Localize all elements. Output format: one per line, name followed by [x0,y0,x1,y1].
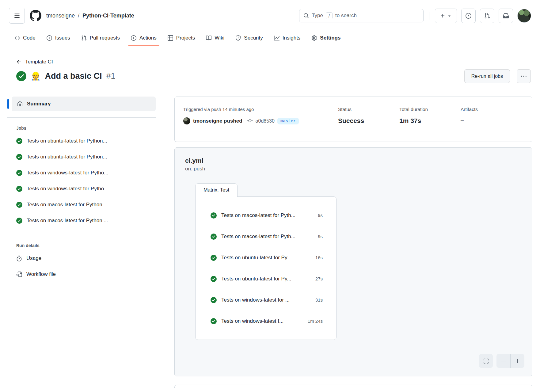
artifacts-label: Artifacts [461,107,523,112]
tab-security[interactable]: Security [230,30,268,46]
sidebar-item-workflow-file[interactable]: Workflow file [7,266,156,282]
zoom-out-button[interactable] [496,354,510,368]
sidebar-job-item[interactable]: Tests on macos-latest for Python ... [7,197,156,213]
graph-job-label: Tests on windows-latest f... [221,318,283,324]
graph-job-label: Tests on ubuntu-latest for Py... [221,276,291,282]
tab-issues[interactable]: Issues [41,30,76,46]
tab-actions[interactable]: Actions [125,30,162,46]
sidebar-divider [7,235,156,235]
tab-projects[interactable]: Projects [162,30,200,46]
tab-wiki[interactable]: Wiki [200,30,230,46]
gear-icon [311,35,317,41]
branch-badge[interactable]: master [277,118,299,124]
matrix-group: Matrix: Test Tests on macos-latest for P… [195,183,337,340]
triangle-down-icon [447,13,452,18]
create-new-button[interactable] [435,9,457,23]
stopwatch-icon [16,256,22,261]
trigger-text: Triggered via push 14 minutes ago [183,107,338,112]
graph-job-row[interactable]: Tests on windows-latest f... 1m 24s [196,310,336,332]
trigger-block: Triggered via push 14 minutes ago tmonse… [183,107,338,132]
sidebar-job-item[interactable]: Tests on windows-latest for Pytho... [7,165,156,181]
graph-job-label: Tests on windows-latest for ... [221,297,290,303]
success-check-icon [16,170,22,176]
rerun-all-jobs-button[interactable]: Re-run all jobs [464,69,510,83]
duration-value: 1m 37s [399,117,461,124]
graph-job-row[interactable]: Tests on macos-latest for Pyth... 9s [196,226,336,247]
graph-job-duration: 9s [318,213,323,218]
shield-icon [235,35,241,41]
run-number: #1 [106,71,116,81]
breadcrumb-repo[interactable]: Python-CI-Template [82,13,134,19]
tab-pull-requests[interactable]: Pull requests [76,30,125,46]
actor-pushed-label[interactable]: tmonseigne pushed [193,118,242,124]
tab-insights[interactable]: Insights [268,30,306,46]
back-to-workflow-link[interactable]: Template CI [16,59,53,65]
duration-label: Total duration [399,107,461,112]
graph-job-label: Tests on ubuntu-latest for Py... [221,255,291,261]
header-actions: Type / to search [299,9,531,23]
search-placeholder-prefix: Type [312,13,323,19]
tab-settings-label: Settings [320,35,340,41]
commit-sha-link[interactable]: a0d8530 [256,118,275,124]
git-pull-request-icon [484,13,490,19]
three-bars-icon [14,13,20,19]
minus-icon [501,358,506,364]
tab-actions-label: Actions [139,35,157,41]
sidebar-job-item[interactable]: Tests on macos-latest for Python ... [7,213,156,229]
graph-job-row[interactable]: Tests on windows-latest for ... 31s [196,289,336,310]
sidebar-job-item[interactable]: Tests on windows-latest for Pytho... [7,181,156,197]
issues-header-button[interactable] [461,9,476,23]
tab-issues-label: Issues [55,35,70,41]
user-avatar[interactable] [517,9,531,23]
fullscreen-button[interactable] [479,354,493,368]
sidebar-item-usage[interactable]: Usage [7,250,156,266]
graph-job-row[interactable]: Tests on ubuntu-latest for Py... 27s [196,268,336,289]
success-check-icon [16,218,22,224]
commit-line: tmonseigne pushed a0d8530 master [183,117,338,124]
breadcrumb-owner[interactable]: tmonseigne [46,13,75,19]
zoom-in-button[interactable] [511,354,524,368]
slash-key-hint: / [326,12,333,19]
tab-settings[interactable]: Settings [306,30,346,46]
run-title: Add a basic CI [45,71,102,81]
success-check-icon [211,255,217,261]
graph-job-label: Tests on macos-latest for Pyth... [221,234,295,240]
job-label: Tests on macos-latest for Python ... [27,218,108,224]
github-logo[interactable] [30,10,41,21]
job-label: Tests on ubuntu-latest for Python... [27,154,107,160]
run-layout: Summary Jobs Tests on ubuntu-latest for … [0,97,540,388]
search-icon [303,13,309,18]
success-check-icon [211,276,217,282]
graph-job-row[interactable]: Tests on ubuntu-latest for Py... 16s [196,247,336,268]
graph-job-duration: 9s [318,234,323,239]
screen-full-icon [483,358,489,364]
plus-icon [515,358,520,364]
run-title-row: 👷 Add a basic CI #1 Re-run all jobs [16,69,531,83]
sidebar-job-item[interactable]: Tests on ubuntu-latest for Python... [7,149,156,165]
summary-label: Summary [27,101,51,107]
pull-requests-header-button[interactable] [480,9,494,23]
run-options-kebab-button[interactable] [517,69,531,83]
actor-avatar[interactable] [183,117,190,124]
search-input[interactable]: Type / to search [299,9,424,22]
run-sidebar: Summary Jobs Tests on ubuntu-latest for … [7,97,156,388]
zoom-button-group [496,354,524,368]
workflow-file-label: Workflow file [26,271,56,277]
graph-job-row[interactable]: Tests on macos-latest for Pyth... 9s [196,205,336,226]
success-check-icon [211,234,217,240]
tab-code[interactable]: Code [9,30,41,46]
matrix-test-tab[interactable]: Matrix: Test [195,183,238,197]
inbox-button[interactable] [499,9,513,23]
job-label: Tests on windows-latest for Pytho... [27,186,108,192]
sidebar-job-item[interactable]: Tests on ubuntu-latest for Python... [7,133,156,149]
artifacts-value: – [461,117,523,124]
status-label: Status [338,107,399,112]
graph-job-duration: 31s [315,297,323,303]
sidebar-item-summary[interactable]: Summary [12,97,156,111]
hamburger-menu-button[interactable] [9,8,25,24]
home-icon [17,101,23,107]
run-details-section-header: Run details [7,241,156,250]
success-check-icon [211,297,217,303]
inbox-icon [503,13,509,19]
tab-projects-label: Projects [176,35,195,41]
